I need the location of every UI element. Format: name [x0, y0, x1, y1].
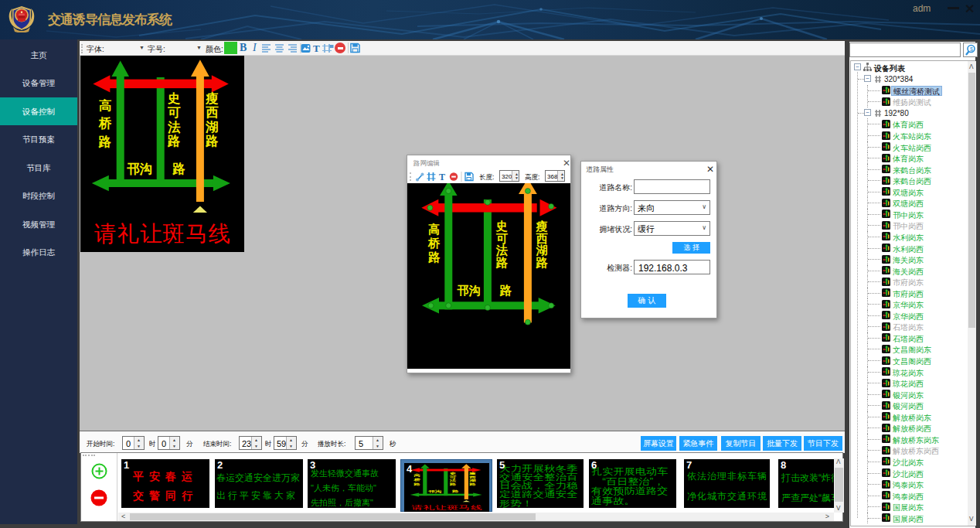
svg-text:桥: 桥 [98, 116, 112, 130]
svg-text:瘦: 瘦 [535, 220, 547, 233]
svg-text:路: 路 [499, 284, 512, 297]
svg-text:瘦: 瘦 [468, 472, 476, 475]
svg-text:路: 路 [535, 256, 548, 269]
svg-text:史: 史 [168, 91, 181, 105]
svg-text:桥: 桥 [427, 237, 441, 250]
svg-text:西: 西 [468, 475, 476, 479]
svg-text:邗沟: 邗沟 [428, 489, 441, 493]
svg-text:请礼让斑马线: 请礼让斑马线 [94, 221, 230, 246]
svg-text:湖: 湖 [468, 479, 476, 483]
svg-text:路: 路 [205, 134, 219, 148]
svg-text:路: 路 [98, 135, 112, 148]
svg-text:史: 史 [495, 220, 508, 233]
svg-text:史: 史 [448, 472, 456, 475]
svg-text:高: 高 [428, 223, 440, 236]
svg-text:湖: 湖 [535, 244, 547, 257]
svg-text:法: 法 [448, 479, 456, 482]
svg-text:法: 法 [167, 120, 181, 134]
svg-text:瘦: 瘦 [205, 91, 219, 105]
svg-text:高: 高 [99, 98, 112, 112]
svg-text:可: 可 [168, 105, 181, 119]
svg-text:路: 路 [448, 482, 456, 486]
svg-text:路: 路 [468, 482, 476, 486]
svg-text:西: 西 [205, 105, 219, 119]
svg-text:西: 西 [536, 232, 548, 245]
svg-text:高: 高 [413, 474, 420, 478]
svg-text:路: 路 [451, 489, 459, 493]
svg-text:T: T [313, 43, 320, 53]
svg-text:请礼让斑马线: 请礼让斑马线 [411, 504, 482, 509]
svg-text:T: T [439, 172, 445, 182]
svg-text:可: 可 [496, 232, 509, 245]
svg-text:可: 可 [448, 475, 456, 479]
svg-text:路: 路 [172, 162, 186, 175]
svg-text:邗沟: 邗沟 [456, 284, 480, 297]
svg-text:路: 路 [167, 134, 181, 148]
svg-text:桥: 桥 [413, 478, 420, 482]
svg-text:法: 法 [495, 244, 508, 257]
svg-text:路: 路 [495, 256, 509, 269]
svg-text:湖: 湖 [205, 120, 219, 134]
svg-text:$: $ [970, 46, 973, 52]
svg-text:邗沟: 邗沟 [127, 162, 152, 175]
svg-text:路: 路 [427, 250, 441, 264]
svg-text:路: 路 [413, 482, 420, 486]
